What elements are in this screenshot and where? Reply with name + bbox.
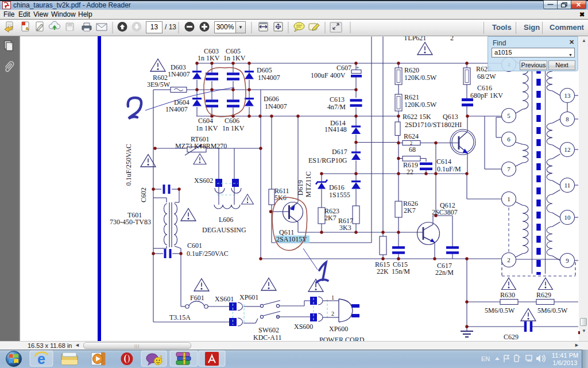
svg-text:3E9/5W: 3E9/5W [147, 80, 171, 89]
svg-text:TLP621: TLP621 [404, 36, 426, 42]
svg-text:R622 15K: R622 15K [403, 113, 431, 121]
svg-text:22K: 22K [377, 267, 389, 275]
svg-text:XS601: XS601 [215, 295, 234, 303]
svg-text:5M6/0.5W: 5M6/0.5W [485, 306, 515, 315]
svg-text:C606: C606 [225, 117, 239, 125]
svg-text:C601: C601 [187, 241, 202, 250]
svg-text:100uF 400V: 100uF 400V [311, 71, 346, 79]
svg-text:12: 12 [564, 146, 571, 153]
svg-text:Q613: Q613 [443, 113, 458, 121]
svg-text:EN: EN [481, 355, 490, 362]
svg-text:1S1555: 1S1555 [329, 191, 350, 199]
svg-text:C616: C616 [477, 84, 492, 92]
svg-text:68/2W: 68/2W [477, 72, 496, 80]
svg-text:C602: C602 [140, 187, 148, 202]
svg-text:C614: C614 [436, 158, 451, 166]
svg-text:KDC-A11: KDC-A11 [253, 334, 282, 341]
svg-text:120K/0.5W: 120K/0.5W [404, 101, 437, 109]
svg-text:1N4007: 1N4007 [168, 70, 190, 78]
svg-text:11:41 PM: 11:41 PM [552, 352, 578, 359]
svg-text:T3.15A: T3.15A [169, 313, 191, 321]
svg-text:680pF 1KV: 680pF 1KV [470, 91, 503, 99]
svg-text:R629: R629 [536, 291, 551, 299]
svg-text:R621: R621 [404, 93, 419, 101]
svg-text:C607: C607 [336, 64, 351, 72]
svg-text:C629: C629 [504, 333, 519, 341]
svg-text:2SD1710/ST1802HI: 2SD1710/ST1802HI [405, 121, 462, 129]
svg-text:1: 1 [507, 195, 510, 202]
svg-text:8: 8 [566, 116, 569, 122]
svg-text:13: 13 [564, 92, 571, 99]
svg-text:11: 11 [564, 182, 571, 189]
svg-text:C604: C604 [198, 117, 213, 125]
svg-text:0.1uF/M: 0.1uF/M [437, 165, 461, 173]
svg-text:0.1uF/250VAC: 0.1uF/250VAC [187, 250, 229, 258]
svg-text:D605: D605 [257, 66, 272, 74]
svg-text:MZ73 K18RM270: MZ73 K18RM270 [175, 142, 227, 150]
svg-text:POWER CORD: POWER CORD [319, 336, 365, 341]
svg-text:2: 2 [450, 36, 454, 42]
svg-text:0.1uF/250VAC: 0.1uF/250VAC [125, 144, 133, 186]
svg-text:7: 7 [507, 166, 510, 172]
svg-text:2K7: 2K7 [324, 214, 336, 222]
svg-text:XS600: XS600 [294, 323, 313, 331]
svg-text:9: 9 [566, 257, 569, 264]
svg-text:22n/M: 22n/M [435, 269, 454, 277]
svg-text:L606: L606 [219, 216, 233, 224]
svg-text:D617: D617 [332, 148, 347, 156]
svg-text:2: 2 [507, 256, 510, 263]
svg-text:730-450-TV83: 730-450-TV83 [110, 218, 151, 226]
svg-text:SW602: SW602 [258, 326, 279, 334]
svg-text:22: 22 [407, 168, 413, 176]
svg-text:2SC3807: 2SC3807 [432, 208, 458, 216]
svg-text:120K/0.5W: 120K/0.5W [404, 74, 437, 82]
svg-text:DEGAUSSING: DEGAUSSING [202, 226, 246, 234]
svg-text:4n7/M: 4n7/M [327, 103, 346, 111]
svg-text:XS602: XS602 [194, 177, 213, 185]
svg-text:5: 5 [507, 112, 510, 119]
svg-text:2: 2 [331, 310, 334, 317]
svg-text:ES1/RGP10G: ES1/RGP10G [308, 156, 347, 164]
svg-text:1N4148: 1N4148 [324, 125, 347, 133]
svg-text:1n 1KV: 1n 1KV [222, 124, 245, 132]
svg-text:1n 1KV: 1n 1KV [223, 54, 246, 62]
svg-text:1n 1KV: 1n 1KV [196, 124, 218, 132]
svg-text:1/6/2013: 1/6/2013 [553, 359, 578, 366]
svg-text:10: 10 [564, 214, 571, 221]
svg-text:R630: R630 [500, 291, 515, 299]
svg-text:D616: D616 [329, 183, 345, 191]
svg-text:XP601: XP601 [239, 293, 258, 301]
svg-text:XP600: XP600 [329, 325, 348, 333]
svg-text:2K7: 2K7 [404, 206, 416, 214]
svg-text:D619: D619 [296, 180, 304, 195]
svg-text:15n/M: 15n/M [392, 267, 410, 275]
svg-text:5M6/0.5W: 5M6/0.5W [537, 306, 568, 315]
svg-text:1: 1 [331, 294, 334, 301]
svg-text:D606: D606 [264, 95, 279, 103]
svg-text:R624: R624 [404, 132, 419, 140]
svg-text:1N4007: 1N4007 [265, 102, 287, 110]
svg-text:R620: R620 [404, 66, 419, 74]
svg-text:MTZ11C: MTZ11C [304, 171, 312, 197]
svg-text:3K3: 3K3 [339, 224, 351, 232]
svg-text:1N4007: 1N4007 [258, 74, 280, 82]
svg-text:1n 1KV: 1n 1KV [198, 54, 220, 62]
svg-text:C613: C613 [330, 95, 345, 103]
svg-text:6: 6 [507, 136, 510, 143]
svg-text:1N4007: 1N4007 [165, 105, 188, 113]
svg-text:F601: F601 [190, 294, 204, 302]
svg-text:+: + [356, 64, 359, 71]
svg-text:68: 68 [409, 145, 416, 154]
